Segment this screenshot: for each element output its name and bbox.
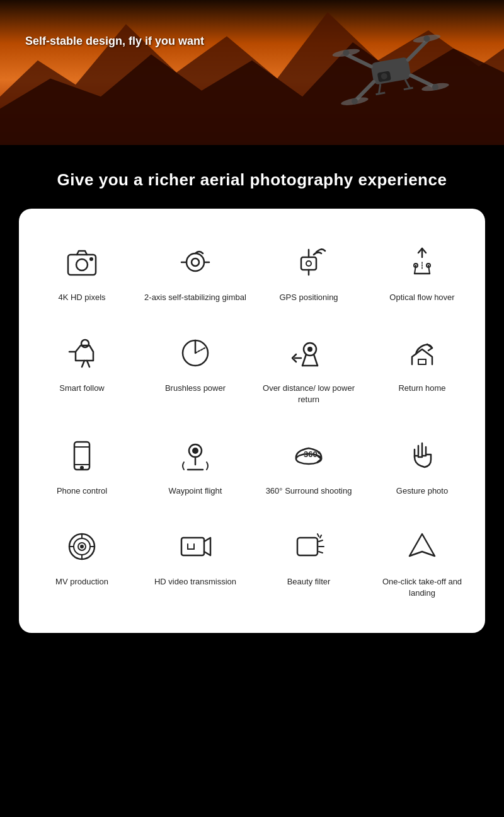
feature-label-hd-video: HD video transmission: [154, 576, 236, 588]
svg-point-22: [76, 259, 88, 270]
svg-line-20: [404, 88, 413, 90]
svg-line-45: [195, 348, 205, 353]
mv-icon: [60, 524, 104, 569]
svg-point-23: [90, 258, 93, 260]
feature-item-gesture: Gesture photo: [365, 421, 479, 512]
features-card: 4K HD pixels2-axis self-stabilizing gimb…: [19, 209, 485, 633]
svg-line-76: [320, 535, 321, 538]
surround-icon: 360°: [287, 434, 331, 478]
feature-label-waypoint: Waypoint flight: [169, 485, 222, 497]
gps-icon: [287, 240, 331, 284]
section-title-wrap: Give you a richer aerial photography exp…: [0, 145, 504, 209]
feature-label-return-home: Return home: [398, 383, 445, 394]
svg-line-17: [377, 84, 382, 94]
feature-item-brushless: Brushless power: [139, 318, 252, 420]
feature-item-hd-video: HD video transmission: [139, 512, 252, 614]
feature-label-4k-hd: 4K HD pixels: [58, 292, 105, 303]
feature-item-beauty: Beauty filter: [252, 512, 365, 614]
svg-line-41: [82, 361, 84, 367]
svg-point-24: [186, 253, 204, 271]
feature-label-mv: MV production: [55, 576, 108, 588]
feature-label-takeoff: One-click take-off and landing: [370, 576, 474, 599]
svg-line-74: [319, 552, 323, 553]
gesture-icon: [400, 434, 444, 478]
feature-label-brushless: Brushless power: [165, 383, 226, 394]
beauty-icon: [287, 524, 331, 569]
svg-line-18: [405, 79, 410, 89]
svg-line-19: [376, 93, 386, 95]
feature-item-mv: MV production: [25, 512, 139, 614]
hero-tagline: Self-stable design, fly if you want: [25, 35, 204, 48]
feature-item-smart-follow: Smart follow: [25, 318, 139, 420]
features-grid: 4K HD pixels2-axis self-stabilizing gimb…: [25, 228, 479, 614]
return-home-icon: [400, 331, 444, 375]
brushless-icon: [173, 331, 217, 375]
svg-line-75: [318, 534, 319, 536]
gimbal-icon: [173, 240, 217, 284]
feature-label-optical-flow: Optical flow hover: [389, 292, 454, 303]
section-title: Give you a richer aerial photography exp…: [13, 170, 491, 190]
feature-label-gps: GPS positioning: [279, 292, 338, 303]
feature-item-waypoint: Waypoint flight: [139, 421, 252, 512]
feature-label-beauty: Beauty filter: [287, 576, 331, 588]
feature-item-over-distance: Over distance/ low power return: [252, 318, 365, 420]
over-distance-icon: [287, 331, 331, 375]
feature-item-gps: GPS positioning: [252, 228, 365, 318]
svg-rect-28: [301, 257, 316, 270]
svg-point-29: [306, 261, 311, 266]
phone-control-icon: [60, 434, 104, 478]
feature-label-surround: 360° Surround shooting: [266, 485, 352, 497]
svg-point-53: [81, 466, 83, 469]
4k-hd-icon: [60, 240, 104, 284]
feature-item-optical-flow: Optical flow hover: [365, 228, 479, 318]
feature-item-4k-hd: 4K HD pixels: [25, 228, 139, 318]
feature-label-smart-follow: Smart follow: [59, 383, 105, 394]
svg-rect-67: [181, 538, 204, 555]
svg-line-72: [319, 540, 323, 542]
optical-flow-icon: [400, 240, 444, 284]
svg-point-62: [81, 545, 83, 548]
takeoff-icon: [400, 524, 444, 569]
hero-drone-image: [290, 6, 479, 120]
feature-item-phone-control: Phone control: [25, 421, 139, 512]
svg-line-6: [405, 40, 430, 60]
svg-point-25: [192, 258, 199, 266]
waypoint-icon: [173, 434, 217, 478]
svg-point-56: [193, 448, 198, 453]
svg-rect-49: [418, 359, 426, 364]
svg-marker-77: [410, 534, 435, 556]
feature-label-gimbal: 2-axis self-stabilizing gimbal: [144, 292, 246, 303]
hd-video-icon: [173, 524, 217, 569]
hero-section: Self-stable design, fly if you want: [0, 0, 504, 145]
svg-rect-71: [297, 538, 318, 555]
feature-item-surround: 360°360° Surround shooting: [252, 421, 365, 512]
svg-line-42: [87, 361, 89, 367]
feature-item-gimbal: 2-axis self-stabilizing gimbal: [139, 228, 252, 318]
smart-follow-icon: [60, 331, 104, 375]
feature-label-gesture: Gesture photo: [396, 485, 448, 497]
feature-label-phone-control: Phone control: [57, 485, 107, 497]
feature-item-return-home: Return home: [365, 318, 479, 420]
feature-label-over-distance: Over distance/ low power return: [257, 383, 360, 405]
feature-item-takeoff: One-click take-off and landing: [365, 512, 479, 614]
svg-rect-50: [74, 442, 89, 470]
svg-text:360°: 360°: [304, 449, 321, 459]
svg-point-47: [308, 347, 312, 351]
